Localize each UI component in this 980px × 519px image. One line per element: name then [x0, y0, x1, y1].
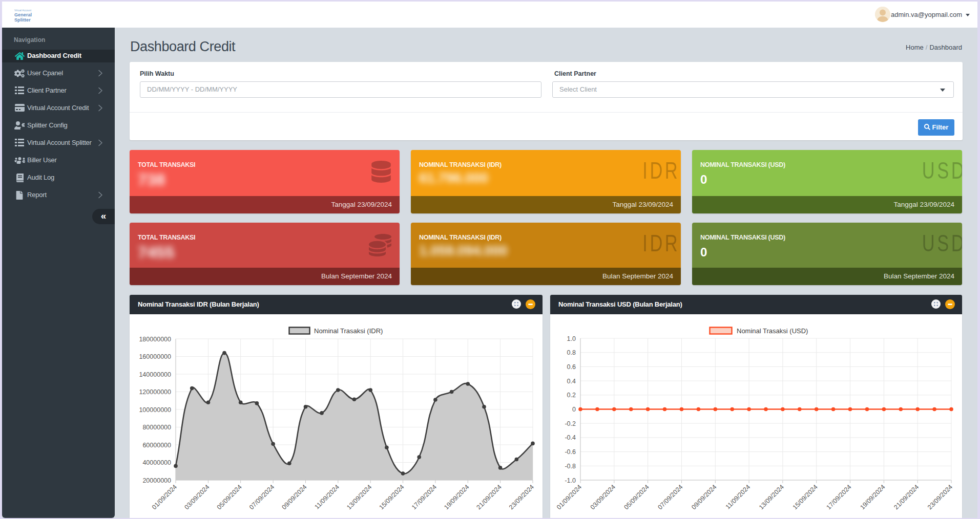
svg-text:17/09/2024: 17/09/2024 — [410, 483, 438, 511]
svg-text:0.8: 0.8 — [567, 349, 576, 356]
svg-text:-0.4: -0.4 — [565, 434, 576, 441]
svg-text:11/09/2024: 11/09/2024 — [724, 483, 752, 511]
svg-text:01/09/2024: 01/09/2024 — [151, 483, 178, 511]
svg-text:0.6: 0.6 — [567, 363, 576, 371]
svg-text:180000000: 180000000 — [139, 336, 171, 343]
svg-text:05/09/2024: 05/09/2024 — [216, 483, 243, 511]
svg-text:-0.6: -0.6 — [565, 448, 576, 456]
svg-text:20000000: 20000000 — [142, 477, 171, 484]
svg-text:1.0: 1.0 — [567, 335, 576, 342]
svg-text:13/09/2024: 13/09/2024 — [758, 483, 785, 511]
svg-text:19/09/2024: 19/09/2024 — [859, 483, 886, 511]
svg-text:140000000: 140000000 — [139, 371, 171, 378]
svg-text:120000000: 120000000 — [139, 388, 171, 396]
svg-text:0.2: 0.2 — [567, 392, 576, 399]
svg-text:03/09/2024: 03/09/2024 — [183, 483, 211, 511]
svg-text:05/09/2024: 05/09/2024 — [623, 483, 651, 511]
svg-text:21/09/2024: 21/09/2024 — [892, 483, 920, 511]
svg-text:Nominal Trasaksi (USD): Nominal Trasaksi (USD) — [737, 327, 808, 335]
svg-text:0: 0 — [572, 406, 576, 413]
svg-text:-0.8: -0.8 — [565, 463, 576, 470]
svg-text:40000000: 40000000 — [142, 459, 171, 466]
svg-text:-0.2: -0.2 — [565, 420, 576, 427]
svg-text:60000000: 60000000 — [142, 442, 171, 449]
svg-text:160000000: 160000000 — [139, 353, 171, 360]
svg-text:03/09/2024: 03/09/2024 — [589, 483, 617, 511]
svg-text:11/09/2024: 11/09/2024 — [313, 483, 341, 511]
svg-text:09/09/2024: 09/09/2024 — [690, 483, 718, 511]
svg-text:-1.0: -1.0 — [565, 477, 576, 484]
svg-text:23/09/2024: 23/09/2024 — [926, 483, 954, 511]
svg-text:23/09/2024: 23/09/2024 — [508, 483, 535, 511]
svg-text:15/09/2024: 15/09/2024 — [791, 483, 819, 511]
svg-text:01/09/2024: 01/09/2024 — [555, 483, 583, 511]
svg-text:80000000: 80000000 — [142, 424, 171, 431]
svg-text:13/09/2024: 13/09/2024 — [345, 483, 373, 511]
svg-text:07/09/2024: 07/09/2024 — [656, 483, 684, 511]
svg-text:19/09/2024: 19/09/2024 — [443, 483, 470, 511]
svg-text:0.4: 0.4 — [567, 378, 576, 385]
svg-text:21/09/2024: 21/09/2024 — [475, 483, 503, 511]
svg-text:09/09/2024: 09/09/2024 — [280, 483, 308, 511]
svg-text:Nominal Trasaksi (IDR): Nominal Trasaksi (IDR) — [314, 327, 383, 335]
svg-text:07/09/2024: 07/09/2024 — [248, 483, 276, 511]
svg-text:17/09/2024: 17/09/2024 — [825, 483, 852, 511]
svg-text:100000000: 100000000 — [139, 406, 171, 414]
svg-text:15/09/2024: 15/09/2024 — [378, 483, 405, 511]
